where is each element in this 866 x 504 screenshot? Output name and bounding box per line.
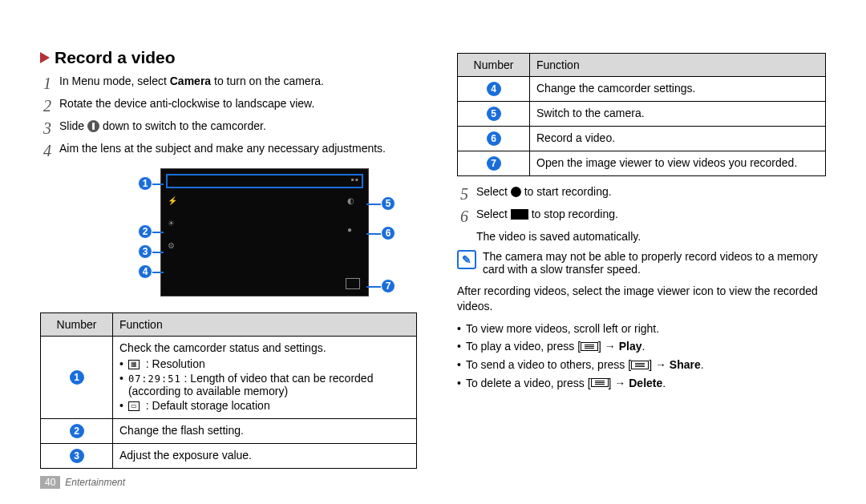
index-badge-3: 3 — [70, 449, 84, 463]
step-5-text: Select to start recording. — [476, 184, 612, 200]
steps-list: 1 In Menu mode, select Camera to turn on… — [40, 74, 417, 160]
index-badge-2: 2 — [70, 424, 84, 438]
switch-camera-icon: ◐ — [347, 196, 360, 208]
page-footer: 40Entertainment — [40, 477, 125, 488]
step-4-text: Aim the lens at the subject and make any… — [59, 141, 386, 157]
callout-6: 6 — [381, 226, 395, 240]
step-number: 6 — [457, 207, 468, 226]
row1-bullets: •▦ : Resolution •07:29:51 : Length of vi… — [119, 357, 410, 412]
table-row: 3 Adjust the exposure value. — [41, 444, 417, 469]
gallery-icon — [346, 278, 360, 289]
stop-icon — [511, 209, 528, 220]
left-column: Record a video 1 In Menu mode, select Ca… — [40, 48, 417, 480]
table-row: 5Switch to the camera. — [458, 102, 826, 127]
status-bar-highlight: ■ ■ — [166, 174, 363, 188]
manual-page: Record a video 1 In Menu mode, select Ca… — [0, 0, 866, 504]
step-2-text: Rotate the device anti-clockwise to land… — [59, 96, 314, 112]
callout-4: 4 — [138, 264, 152, 279]
index-badge-1: 1 — [70, 370, 84, 385]
step-number: 4 — [40, 141, 51, 160]
callout-5: 5 — [381, 196, 395, 211]
note-icon: ✎ — [457, 250, 476, 269]
record-icon — [511, 187, 521, 197]
table-row: 4Change the camcorder settings. — [458, 77, 826, 102]
row1-intro: Check the camcorder status and settings. — [119, 341, 326, 354]
note-box: ✎ The camera may not be able to properly… — [457, 250, 826, 276]
step-number: 3 — [40, 119, 51, 138]
menu-key-icon — [631, 361, 649, 369]
step-3-text: Slide down to switch to the camcorder. — [59, 119, 266, 135]
table-row: 2 Change the flash setting. — [41, 419, 417, 444]
step-6-note: The video is saved automatically. — [476, 229, 826, 245]
row3-text: Adjust the exposure value. — [113, 444, 417, 469]
page-number: 40 — [40, 476, 60, 489]
index-badge-5: 5 — [487, 107, 501, 121]
menu-key-icon — [581, 342, 598, 351]
callout-3: 3 — [138, 244, 152, 259]
record-button-icon: ● — [347, 225, 360, 236]
table-row: 1 Check the camcorder status and setting… — [41, 337, 417, 419]
screen-preview: ■ ■ ⚡ ☀ ⚙ ◐ ● — [160, 168, 369, 296]
callout-7: 7 — [381, 279, 395, 293]
recording-length: 07:29:51 — [128, 373, 181, 385]
bullet-2: To play a video, press [] → Play. — [466, 339, 645, 355]
settings-icon: ⚙ — [168, 241, 180, 252]
step-number: 1 — [40, 74, 51, 93]
table-row: 6Record a video. — [458, 127, 826, 151]
bullet-1: To view more videos, scroll left or righ… — [466, 321, 659, 337]
note-text: The camera may not be able to properly r… — [483, 250, 826, 276]
chevron-right-icon — [40, 52, 50, 63]
resolution-icon: ▦ — [128, 360, 140, 369]
row2-text: Change the flash setting. — [113, 419, 417, 444]
index-badge-4: 4 — [487, 82, 501, 96]
slider-icon — [87, 120, 99, 132]
bullet-4: To delete a video, press [] → Delete. — [466, 376, 666, 392]
camcorder-diagram: ■ ■ ⚡ ☀ ⚙ ◐ ● 1 2 3 4 5 6 7 — [112, 168, 417, 304]
callout-2: 2 — [138, 224, 152, 239]
flash-icon: ⚡ — [168, 196, 180, 208]
exposure-icon: ☀ — [168, 219, 180, 230]
index-badge-7: 7 — [487, 156, 501, 171]
step-1-text: In Menu mode, select Camera to turn on t… — [59, 74, 324, 90]
step-6-text: Select to stop recording. — [476, 207, 618, 223]
steps-list-right: 5 Select to start recording. 6 Select to… — [457, 184, 826, 226]
right-column: Number Function 4Change the camcorder se… — [457, 48, 826, 480]
heading-row: Record a video — [40, 48, 417, 67]
step-number: 5 — [457, 184, 468, 204]
storage-icon: ▭ — [128, 401, 140, 411]
after-paragraph: After recording videos, select the image… — [457, 284, 826, 315]
bullet-3: To send a video to others, press [] → Sh… — [466, 357, 704, 373]
section-heading: Record a video — [55, 48, 176, 67]
status-bar-text: ■ ■ — [351, 177, 358, 182]
callout-1: 1 — [138, 176, 152, 191]
col-header-number: Number — [41, 313, 113, 337]
table-row: 7Open the image viewer to view videos yo… — [458, 151, 826, 176]
col-header-number: Number — [458, 54, 530, 77]
step-number: 2 — [40, 96, 51, 115]
menu-key-icon — [591, 378, 609, 387]
section-name: Entertainment — [65, 477, 125, 488]
function-table-right: Number Function 4Change the camcorder se… — [457, 53, 826, 176]
function-table-left: Number Function 1 Check the camcorder st… — [40, 312, 417, 469]
col-header-function: Function — [113, 313, 417, 337]
index-badge-6: 6 — [487, 131, 501, 146]
post-bullets: •To view more videos, scroll left or rig… — [457, 321, 826, 391]
col-header-function: Function — [530, 54, 826, 77]
